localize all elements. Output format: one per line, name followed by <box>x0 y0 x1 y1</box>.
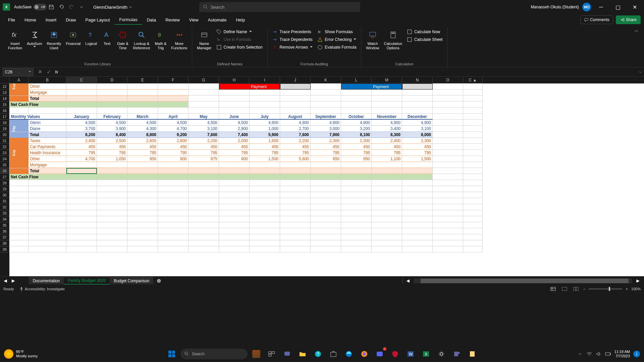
cell[interactable]: 2,000 <box>219 138 250 144</box>
cell[interactable] <box>97 162 127 168</box>
cell[interactable]: 2,300 <box>341 138 372 144</box>
col-header[interactable]: C <box>66 77 97 83</box>
cell[interactable]: 875 <box>189 156 219 162</box>
text-button[interactable]: AText <box>100 28 114 47</box>
cell[interactable]: 3,000 <box>311 126 341 132</box>
calculation-options-button[interactable]: Calculation Options <box>382 28 404 52</box>
col-header[interactable]: D <box>97 77 127 83</box>
cell[interactable]: 950 <box>127 156 158 162</box>
cell[interactable] <box>29 198 66 204</box>
cell[interactable] <box>158 216 189 222</box>
error-checking-button[interactable]: Error Checking <box>315 36 358 43</box>
cell[interactable] <box>433 102 463 108</box>
cell[interactable] <box>372 210 402 216</box>
autosum-button[interactable]: AutoSum <box>25 28 44 49</box>
spreadsheet-grid[interactable]: A B C D E F G H I J K L M N O C ▲ 121314… <box>0 77 644 276</box>
cell[interactable] <box>127 234 158 240</box>
cell[interactable]: 795 <box>189 150 219 156</box>
new-sheet-button[interactable]: ⊕ <box>153 278 164 284</box>
cell[interactable] <box>250 204 280 210</box>
cell[interactable]: 8,300 <box>372 132 402 138</box>
store-icon[interactable] <box>327 347 340 361</box>
cell[interactable] <box>463 210 483 216</box>
evaluate-formula-button[interactable]: Evaluate Formula <box>315 44 358 51</box>
row-header[interactable]: 38 <box>0 240 9 246</box>
create-from-selection-button[interactable]: Create from Selection <box>214 44 265 51</box>
tab-automate[interactable]: Automate <box>203 15 231 24</box>
tab-file[interactable]: File <box>3 15 20 24</box>
cell[interactable] <box>9 198 29 204</box>
cell[interactable] <box>280 192 311 198</box>
cell[interactable] <box>433 162 463 168</box>
cell[interactable] <box>66 240 97 246</box>
tray-chevron-icon[interactable] <box>577 351 583 357</box>
row-header[interactable]: 28 <box>0 180 9 186</box>
cell[interactable]: 795 <box>250 150 280 156</box>
cell[interactable] <box>97 96 127 102</box>
cell[interactable]: July <box>250 114 280 120</box>
cell[interactable] <box>219 83 250 89</box>
cell[interactable]: 4,500 <box>189 120 219 126</box>
expand-formula-bar-icon[interactable] <box>637 70 644 74</box>
file-explorer-icon[interactable] <box>296 347 309 361</box>
cell[interactable] <box>311 234 341 240</box>
cell[interactable]: 4,900 <box>402 120 433 126</box>
cell[interactable] <box>341 222 372 228</box>
cell[interactable]: Taxes <box>29 138 66 144</box>
accessibility-status[interactable]: Accessibility: Investigate <box>19 287 65 291</box>
cell[interactable] <box>433 234 463 240</box>
cell[interactable] <box>463 89 483 96</box>
cell[interactable] <box>433 96 463 102</box>
logical-button[interactable]: ?Logical <box>83 28 99 47</box>
save-icon[interactable] <box>47 3 56 11</box>
cell[interactable] <box>311 180 341 186</box>
cell[interactable] <box>250 210 280 216</box>
cell[interactable] <box>29 240 66 246</box>
cell[interactable] <box>127 246 158 252</box>
cell[interactable]: 2,200 <box>280 138 311 144</box>
cell[interactable]: 2,900 <box>219 126 250 132</box>
cell[interactable] <box>311 168 341 174</box>
cell[interactable] <box>127 96 158 102</box>
cell[interactable]: 7,600 <box>280 132 311 138</box>
cell[interactable] <box>189 246 219 252</box>
cell[interactable] <box>372 96 402 102</box>
cell[interactable] <box>433 210 463 216</box>
cell[interactable] <box>66 102 97 108</box>
cell[interactable] <box>66 168 97 174</box>
cell[interactable] <box>402 102 433 108</box>
cell[interactable]: 795 <box>97 150 127 156</box>
row-header[interactable]: 18 <box>0 120 9 126</box>
cell[interactable]: 4,500 <box>158 120 189 126</box>
cell[interactable] <box>127 102 158 108</box>
row-header[interactable]: 23 <box>0 150 9 156</box>
cell[interactable] <box>127 216 158 222</box>
cell[interactable]: 7,600 <box>189 132 219 138</box>
cell[interactable] <box>127 83 158 89</box>
cell[interactable] <box>433 192 463 198</box>
cell[interactable] <box>158 83 189 89</box>
cell[interactable] <box>66 96 97 102</box>
cell[interactable] <box>372 162 402 168</box>
col-header[interactable]: H <box>219 77 250 83</box>
col-header[interactable]: M <box>372 77 402 83</box>
cell[interactable]: 1,500 <box>250 156 280 162</box>
cell[interactable] <box>9 246 29 252</box>
cell[interactable]: Glenn <box>29 120 66 126</box>
cell[interactable] <box>97 246 127 252</box>
cell[interactable] <box>219 222 250 228</box>
row-header[interactable]: 30 <box>0 192 9 198</box>
cell[interactable] <box>158 168 189 174</box>
col-header[interactable]: G <box>189 77 219 83</box>
cell[interactable] <box>127 198 158 204</box>
cell[interactable] <box>341 246 372 252</box>
select-all-corner[interactable] <box>0 77 9 83</box>
cell[interactable] <box>97 174 127 180</box>
cell[interactable] <box>29 216 66 222</box>
row-header[interactable]: 17 <box>0 114 9 120</box>
cell[interactable] <box>463 162 483 168</box>
cell[interactable] <box>402 222 433 228</box>
cell[interactable] <box>127 210 158 216</box>
tab-formulas[interactable]: Formulas <box>115 15 142 25</box>
cell[interactable]: Pay <box>9 126 29 132</box>
